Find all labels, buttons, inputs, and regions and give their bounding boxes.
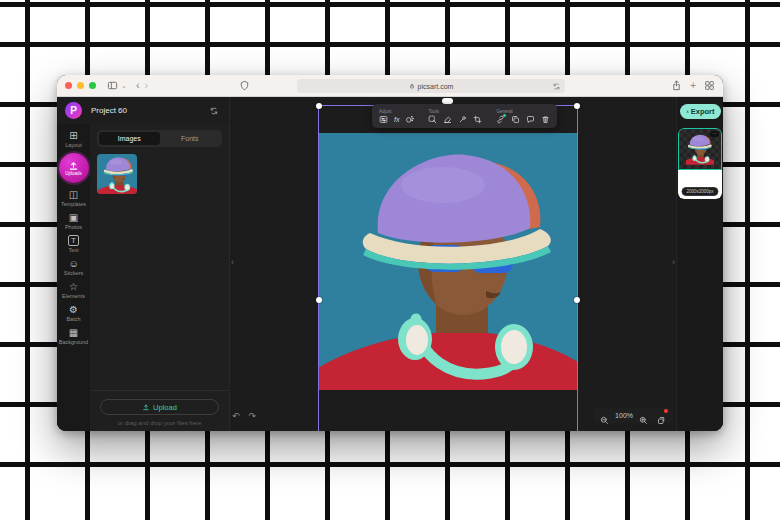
notification-dot [664, 409, 668, 413]
address-bar[interactable]: picsart.com [297, 79, 565, 93]
project-title: Project 60 [91, 106, 127, 115]
sidebar-item-stickers[interactable]: ☺ Stickers [57, 255, 90, 278]
resize-handle-top-left[interactable] [316, 103, 322, 109]
fx-icon[interactable]: fx [394, 115, 399, 124]
stickers-icon: ☺ [68, 258, 78, 269]
sync-icon[interactable] [209, 106, 219, 116]
redo-icon[interactable]: ↷ [249, 411, 257, 421]
picsart-editor: P Project 60 ⊞ Layout Uploads [57, 97, 723, 431]
collapse-right-panel-icon[interactable]: › [672, 257, 675, 267]
text-icon: T [68, 235, 79, 246]
picsart-logo[interactable]: P [65, 102, 82, 119]
upload-button[interactable]: Upload [100, 399, 219, 415]
sidebar-item-batch[interactable]: ⚙ Batch [57, 301, 90, 324]
batch-icon: ⚙ [69, 304, 78, 315]
sidebar-icon[interactable] [107, 80, 118, 91]
traffic-zoom-button[interactable] [89, 82, 96, 89]
sidebar-item-templates[interactable]: ◫ Templates [57, 186, 90, 209]
layer-image-selected[interactable]: ⋯ [678, 128, 722, 170]
resize-handle-middle-left[interactable] [316, 297, 322, 303]
sidebar-item-text[interactable]: T Text [57, 232, 90, 255]
history-controls: ↶ ↷ [232, 411, 256, 421]
chevron-down-icon[interactable]: ⌄ [121, 82, 127, 90]
sidebar-item-photos[interactable]: ▣ Photos [57, 209, 90, 232]
upload-hint: or drag and drop your files here [100, 420, 219, 426]
resize-handle-top-right[interactable] [574, 103, 580, 109]
canvas-image[interactable] [318, 133, 578, 390]
uploaded-image-thumbnail[interactable] [97, 154, 137, 194]
traffic-close-button[interactable] [65, 82, 72, 89]
tool-rail: ⊞ Layout Uploads ◫ Templates ▣ [57, 124, 90, 431]
layer-background[interactable]: 2000x2000px [678, 170, 722, 199]
adjust-sliders-icon[interactable] [379, 115, 388, 124]
zoom-controls: 100% [594, 408, 672, 423]
layers-column: Export ⋯ 2000x2000px [676, 97, 723, 431]
share-icon[interactable] [671, 80, 682, 91]
toolbar-group-tools: Tools [428, 109, 482, 124]
zoom-out-icon[interactable] [600, 411, 609, 420]
duplicate-icon[interactable] [511, 115, 520, 124]
pages-icon[interactable] [657, 411, 666, 420]
crop-icon[interactable] [473, 115, 482, 124]
layer-options-badge[interactable]: ⋯ [710, 131, 719, 137]
canvas-size-label: 2000x2000px [681, 187, 718, 196]
link-status-dot [503, 114, 506, 117]
dispersion-icon[interactable] [405, 115, 414, 124]
elements-icon: ☆ [69, 281, 78, 292]
toolbar-group-adjust: Adjust fx [379, 109, 414, 124]
sidebar-item-elements[interactable]: ☆ Elements [57, 278, 90, 301]
context-toolbar: Adjust fx · Tools [372, 104, 557, 128]
browser-toolbar: ⌄ ‹ › picsart.com + [57, 75, 723, 97]
link-icon[interactable] [496, 115, 505, 124]
export-button[interactable]: Export [680, 104, 721, 119]
delete-icon[interactable] [541, 115, 550, 124]
tab-overview-icon[interactable] [704, 80, 715, 91]
background-icon: ▦ [69, 327, 78, 338]
sidebar-item-background[interactable]: ▦ Background [57, 324, 90, 347]
tab-images[interactable]: Images [99, 132, 160, 145]
canvas-workspace[interactable]: ‹ › Adjust fx [230, 97, 676, 431]
traffic-minimize-button[interactable] [77, 82, 84, 89]
left-column: P Project 60 ⊞ Layout Uploads [57, 97, 230, 431]
browser-window: ⌄ ‹ › picsart.com + P Project 60 [57, 75, 723, 431]
comment-icon[interactable] [526, 115, 535, 124]
shield-icon[interactable] [239, 80, 250, 91]
upload-icon [142, 403, 150, 411]
undo-icon[interactable]: ↶ [232, 411, 240, 421]
select-icon[interactable] [428, 115, 437, 124]
resize-handle-middle-right[interactable] [574, 297, 580, 303]
uploads-panel: Images Fonts Upload or drag and drop you… [90, 124, 229, 431]
toolbar-group-general: General [496, 109, 550, 124]
sidebar-item-uploads[interactable]: Uploads [57, 150, 90, 186]
project-header: P Project 60 [57, 97, 229, 124]
layout-icon: ⊞ [69, 130, 77, 141]
upload-area: Upload or drag and drop your files here [90, 390, 229, 431]
panel-tabs: Images Fonts [97, 130, 222, 147]
upload-icon [68, 160, 79, 171]
pin-icon[interactable] [458, 115, 467, 124]
sidebar-item-layout[interactable]: ⊞ Layout [57, 127, 90, 150]
back-icon[interactable]: ‹ [136, 80, 140, 91]
reload-icon[interactable] [552, 82, 561, 91]
download-icon [686, 108, 689, 115]
zoom-in-icon[interactable] [639, 411, 648, 420]
templates-icon: ◫ [69, 189, 78, 200]
eraser-icon[interactable] [443, 115, 452, 124]
layers-panel: ⋯ 2000x2000px [678, 128, 722, 199]
forward-icon[interactable]: › [145, 80, 149, 91]
lock-icon [409, 83, 415, 89]
zoom-level: 100% [615, 412, 633, 419]
tab-fonts[interactable]: Fonts [160, 132, 221, 145]
url-text: picsart.com [418, 83, 454, 90]
collapse-left-panel-icon[interactable]: ‹ [231, 257, 234, 267]
photos-icon: ▣ [69, 212, 78, 223]
new-tab-icon[interactable]: + [690, 80, 696, 91]
